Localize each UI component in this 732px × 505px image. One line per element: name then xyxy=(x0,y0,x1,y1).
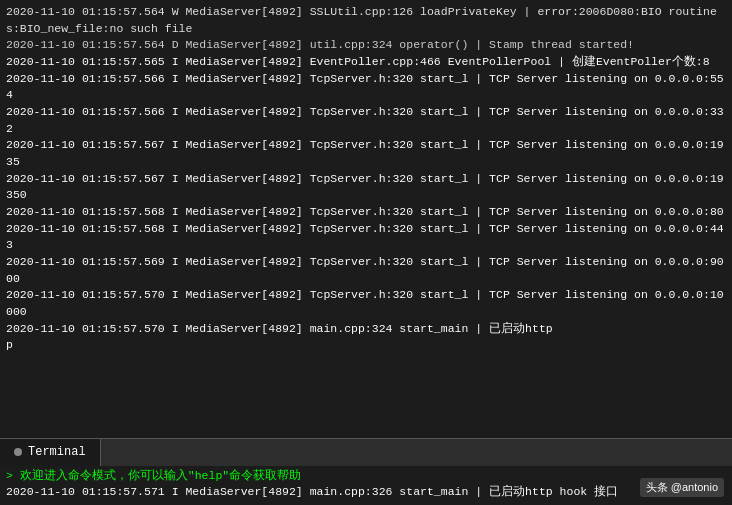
tab-dot xyxy=(14,448,22,456)
log-line: 2020-11-10 01:15:57.568 I MediaServer[48… xyxy=(6,221,726,254)
log-area: 2020-11-10 01:15:57.564 W MediaServer[48… xyxy=(0,0,732,438)
log-line: 2020-11-10 01:15:57.570 I MediaServer[48… xyxy=(6,321,726,338)
log-line: 2020-11-10 01:15:57.569 I MediaServer[48… xyxy=(6,254,726,287)
interactive-line: 2020-11-10 01:15:57.571 I MediaServer[48… xyxy=(6,484,726,501)
log-line: 2020-11-10 01:15:57.564 D MediaServer[48… xyxy=(6,37,726,54)
log-line: 2020-11-10 01:15:57.568 I MediaServer[48… xyxy=(6,204,726,221)
log-line: 2020-11-10 01:15:57.570 I MediaServer[48… xyxy=(6,287,726,320)
log-line: 2020-11-10 01:15:57.567 I MediaServer[48… xyxy=(6,137,726,170)
log-line-partial: p xyxy=(6,337,726,354)
terminal-window: 2020-11-10 01:15:57.564 W MediaServer[48… xyxy=(0,0,732,505)
log-line: 2020-11-10 01:15:57.565 I MediaServer[48… xyxy=(6,54,726,71)
log-line: 2020-11-10 01:15:57.566 I MediaServer[48… xyxy=(6,71,726,104)
log-line: 2020-11-10 01:15:57.566 I MediaServer[48… xyxy=(6,104,726,137)
log-line: 2020-11-10 01:15:57.564 W MediaServer[48… xyxy=(6,4,726,37)
tab-bar: Terminal xyxy=(0,438,732,466)
watermark: 头条 @antonio xyxy=(640,478,724,497)
terminal-tab[interactable]: Terminal xyxy=(0,439,101,466)
interactive-area[interactable]: > 欢迎进入命令模式，你可以输入"help"命令获取帮助2020-11-10 0… xyxy=(0,466,732,505)
interactive-line[interactable]: > 欢迎进入命令模式，你可以输入"help"命令获取帮助 xyxy=(6,468,726,485)
log-line: 2020-11-10 01:15:57.567 I MediaServer[48… xyxy=(6,171,726,204)
tab-label: Terminal xyxy=(28,445,86,459)
